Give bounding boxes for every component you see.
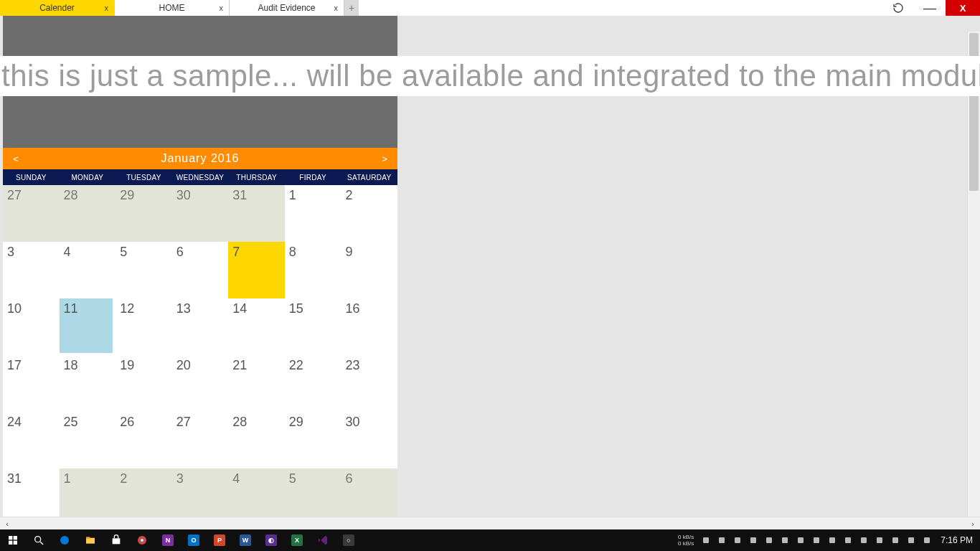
calendar-day-cell[interactable]: 17 — [3, 355, 60, 412]
calendar-day-cell[interactable]: 15 — [285, 298, 341, 355]
calendar-day-cell[interactable]: 10 — [3, 298, 60, 355]
onenote-icon[interactable]: N — [155, 529, 181, 551]
calendar-day-cell[interactable]: 18 — [60, 355, 116, 412]
action-center-icon[interactable] — [920, 534, 933, 547]
keyboard-icon[interactable] — [826, 534, 839, 547]
calendar-day-cell[interactable]: 30 — [341, 412, 397, 468]
tab-label: Audit Evidence — [258, 3, 315, 13]
shield-icon[interactable] — [715, 534, 728, 547]
volume-icon[interactable] — [873, 534, 886, 547]
taskbar-clock[interactable]: 7:16 PM — [941, 535, 973, 545]
network-speed-indicator: 0 kB/s0 kB/s — [678, 534, 694, 547]
tab-close-icon[interactable]: x — [105, 4, 109, 12]
calendar-day-cell[interactable]: 3 — [3, 242, 60, 298]
calendar-day-cell[interactable]: 13 — [172, 298, 229, 355]
app-icon-2[interactable]: ○ — [336, 529, 362, 551]
calendar-day-cell[interactable]: 28 — [228, 412, 285, 468]
calendar-prev-button[interactable]: < — [3, 154, 29, 164]
tab-label: HOME — [159, 3, 185, 13]
day-number: 29 — [120, 188, 168, 203]
edge-icon[interactable] — [52, 529, 77, 551]
tab-close-icon[interactable]: x — [334, 4, 339, 12]
tab-calender[interactable]: Calenderx — [0, 0, 115, 16]
scroll-right-icon[interactable]: › — [967, 519, 979, 528]
chrome-icon[interactable] — [129, 529, 155, 551]
new-tab-button[interactable]: + — [344, 0, 359, 16]
calendar-day-cell[interactable]: 24 — [3, 412, 60, 468]
calendar-day-cell[interactable]: 26 — [116, 412, 172, 468]
calendar-day-cell[interactable]: 11 — [60, 298, 116, 355]
word-icon[interactable]: W — [232, 529, 258, 551]
close-button[interactable]: X — [946, 0, 980, 16]
vertical-scrollbar[interactable] — [967, 32, 980, 517]
calendar-day-cell[interactable]: 2 — [341, 185, 397, 242]
calendar-day-cell[interactable]: 22 — [285, 355, 341, 412]
svg-rect-16 — [750, 537, 756, 543]
calendar-day-cell[interactable]: 5 — [116, 242, 172, 298]
day-number: 2 — [120, 471, 168, 486]
calendar-day-cell[interactable]: 19 — [116, 355, 172, 412]
disk-icon[interactable] — [778, 534, 791, 547]
svg-rect-1 — [14, 536, 17, 540]
store-icon[interactable] — [103, 529, 129, 551]
calendar-day-cell[interactable]: 23 — [341, 355, 397, 412]
keyboard-lang-icon[interactable] — [905, 534, 918, 547]
calendar-day-cell[interactable]: 27 — [3, 185, 60, 242]
calendar-day-cell[interactable]: 4 — [60, 242, 116, 298]
day-number: 20 — [176, 358, 225, 373]
nvidia-icon[interactable] — [731, 534, 744, 547]
day-number: 5 — [289, 471, 337, 486]
calendar-day-cell[interactable]: 29 — [285, 412, 341, 468]
powerpoint-icon[interactable]: P — [207, 529, 232, 551]
day-header: MONDAY — [60, 169, 116, 185]
start-icon[interactable] — [0, 529, 26, 551]
sample-banner-text: this is just a sample... will be availab… — [0, 56, 980, 96]
calendar-day-cell[interactable]: 20 — [172, 355, 229, 412]
file-explorer-icon[interactable] — [77, 529, 103, 551]
calendar-day-cell[interactable]: 31 — [228, 185, 285, 242]
refresh-button[interactable] — [882, 0, 914, 16]
tab-home[interactable]: HOMEx — [115, 0, 230, 16]
day-number: 28 — [64, 188, 112, 203]
calendar-day-cell[interactable]: 21 — [228, 355, 285, 412]
tab-strip: CalenderxHOMExAudit Evidencex + — X — [0, 0, 980, 16]
visual-studio-icon[interactable] — [310, 529, 336, 551]
excel-icon[interactable]: X — [284, 529, 310, 551]
tab-audit-evidence[interactable]: Audit Evidencex — [230, 0, 344, 16]
power-icon[interactable] — [810, 534, 823, 547]
sync-icon[interactable] — [763, 534, 776, 547]
outlook-icon[interactable]: O — [181, 529, 207, 551]
tab-close-icon[interactable]: x — [220, 4, 224, 12]
calendar-day-cell[interactable]: 16 — [341, 298, 397, 355]
calendar-day-cell[interactable]: 27 — [172, 412, 229, 468]
svg-rect-18 — [782, 537, 788, 543]
app-icon-1[interactable]: ◐ — [258, 529, 284, 551]
calendar-day-cell[interactable]: 28 — [60, 185, 116, 242]
calendar-day-cell[interactable]: 9 — [341, 242, 397, 298]
calendar-day-cell[interactable]: 30 — [172, 185, 229, 242]
calendar-day-cell[interactable]: 8 — [285, 242, 341, 298]
calendar-next-button[interactable]: > — [372, 154, 397, 164]
bluetooth-icon[interactable] — [842, 534, 854, 547]
calendar-day-cell[interactable]: 1 — [285, 185, 341, 242]
calendar-day-cell[interactable]: 6 — [172, 242, 229, 298]
svg-rect-20 — [814, 537, 819, 543]
day-number: 6 — [176, 245, 225, 260]
wifi-icon[interactable] — [889, 534, 902, 547]
chevron-up-icon[interactable] — [699, 534, 712, 547]
battery-icon[interactable] — [857, 534, 870, 547]
svg-rect-3 — [14, 541, 17, 545]
calendar-day-cell[interactable]: 7 — [228, 242, 285, 298]
search-icon[interactable] — [26, 529, 52, 551]
calendar-day-cell[interactable]: 25 — [60, 412, 116, 468]
day-number: 19 — [120, 358, 168, 373]
horizontal-scrollbar[interactable]: ‹ › — [0, 517, 980, 529]
calendar-day-cell[interactable]: 14 — [228, 298, 285, 355]
calendar-day-cell[interactable]: 29 — [116, 185, 172, 242]
minimize-button[interactable]: — — [914, 0, 946, 16]
calendar-day-cell[interactable]: 12 — [116, 298, 172, 355]
note-icon[interactable] — [747, 534, 760, 547]
day-number: 24 — [7, 415, 55, 430]
scroll-left-icon[interactable]: ‹ — [1, 519, 13, 528]
monitor-icon[interactable] — [794, 534, 807, 547]
